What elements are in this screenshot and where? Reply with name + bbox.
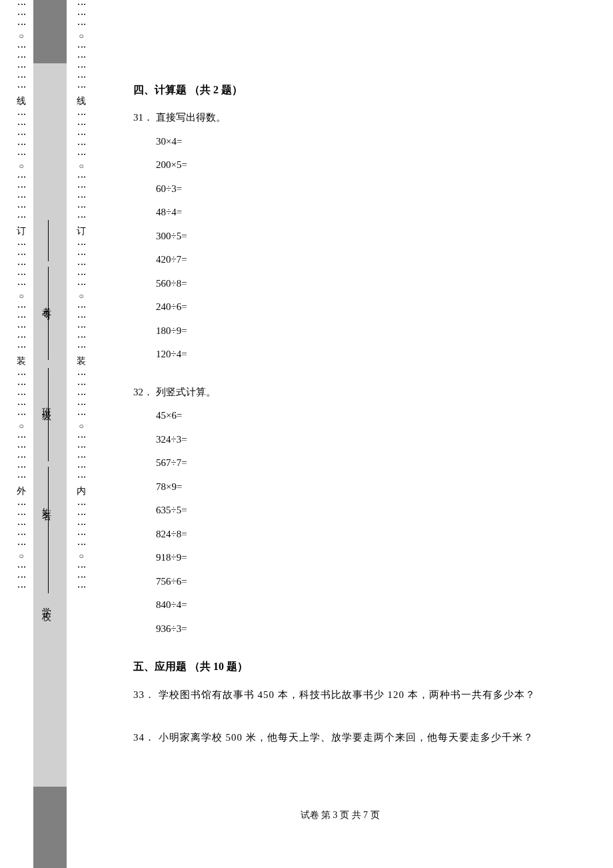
q32-eq: 78×9=	[156, 477, 586, 497]
binding-char-bind: 装	[17, 355, 27, 367]
q32-eq: 567÷7=	[156, 453, 586, 473]
binding-char-line-inner: 线	[77, 95, 87, 107]
q31-eq: 200×5=	[156, 155, 586, 175]
q31-number: 31．	[133, 112, 153, 123]
question-32: 32． 列竖式计算。 45×6= 324÷3= 567÷7= 78×9= 635…	[133, 383, 586, 639]
page-footer: 试卷 第 3 页 共 7 页	[234, 809, 380, 821]
q31-eq: 30×4=	[156, 132, 586, 151]
q33-text: 学校图书馆有故事书 450 本，科技书比故事书少 120 本，两种书一共有多少本…	[159, 689, 536, 700]
q32-eq: 635÷5=	[156, 501, 586, 520]
q33-number: 33．	[133, 689, 155, 700]
question-33: 33． 学校图书馆有故事书 450 本，科技书比故事书少 120 本，两种书一共…	[133, 685, 586, 705]
binding-line-examno	[48, 220, 49, 261]
question-31: 31． 直接写出得数。 30×4= 200×5= 60÷3= 48÷4= 300…	[133, 108, 586, 364]
binding-column-outer: ⋮⋮⋮○ ⋮⋮⋮⋮⋮线 ⋮⋮⋮⋮⋮○ ⋮⋮⋮⋮⋮订 ⋮⋮⋮⋮⋮○ ⋮⋮⋮⋮⋮装 …	[12, 0, 32, 868]
binding-char-order: 订	[17, 225, 27, 237]
q31-text: 直接写出得数。	[156, 112, 226, 123]
binding-char-line: 线	[17, 95, 27, 107]
binding-label-school: 学校：	[40, 600, 52, 621]
section-4-title: 四、计算题 （共 2 题）	[133, 80, 586, 100]
q32-number: 32．	[133, 387, 153, 397]
q31-equations: 30×4= 200×5= 60÷3= 48÷4= 300÷5= 420÷7= 5…	[133, 132, 586, 364]
page-content: 四、计算题 （共 2 题） 31． 直接写出得数。 30×4= 200×5= 6…	[133, 67, 586, 771]
q32-eq: 756÷6=	[156, 572, 586, 591]
q32-eq: 918÷9=	[156, 548, 586, 567]
q31-eq: 300÷5=	[156, 227, 586, 246]
q32-eq: 936÷3=	[156, 619, 586, 639]
binding-gray-mid	[33, 63, 67, 787]
q31-eq: 180÷9=	[156, 321, 586, 341]
q31-eq: 420÷7=	[156, 250, 586, 269]
binding-label-name: 姓名：	[40, 500, 52, 521]
binding-char-order-inner: 订	[77, 225, 87, 237]
q32-eq: 324÷3=	[156, 430, 586, 449]
q31-eq: 560÷8=	[156, 274, 586, 293]
q31-eq: 240÷6=	[156, 297, 586, 317]
q32-eq: 824÷8=	[156, 525, 586, 544]
binding-label-examno: 考号：	[40, 300, 52, 321]
binding-gray-top	[33, 0, 67, 63]
binding-outer-label: 外	[17, 485, 27, 497]
binding-label-class: 班级：	[40, 400, 52, 421]
binding-gray-bottom	[33, 787, 67, 868]
binding-column-inner: ⋮⋮⋮○ ⋮⋮⋮⋮⋮线 ⋮⋮⋮⋮⋮○ ⋮⋮⋮⋮⋮订 ⋮⋮⋮⋮⋮○ ⋮⋮⋮⋮⋮装 …	[72, 0, 92, 868]
binding-char-bind-inner: 装	[77, 355, 87, 367]
q31-eq: 60÷3=	[156, 179, 586, 199]
q31-eq: 48÷4=	[156, 203, 586, 222]
q34-number: 34．	[133, 732, 155, 743]
q32-eq: 840÷4=	[156, 595, 586, 615]
question-34: 34． 小明家离学校 500 米，他每天上学、放学要走两个来回，他每天要走多少千…	[133, 728, 586, 747]
binding-inner-label: 内	[77, 485, 87, 497]
q32-equations: 45×6= 324÷3= 567÷7= 78×9= 635÷5= 824÷8= …	[133, 406, 586, 638]
q34-text: 小明家离学校 500 米，他每天上学、放学要走两个来回，他每天要走多少千米？	[159, 732, 534, 743]
q32-text: 列竖式计算。	[156, 387, 216, 397]
q31-eq: 120÷4=	[156, 345, 586, 364]
q32-eq: 45×6=	[156, 406, 586, 425]
binding-line-school	[48, 467, 49, 593]
section-5-title: 五、应用题 （共 10 题）	[133, 657, 586, 677]
